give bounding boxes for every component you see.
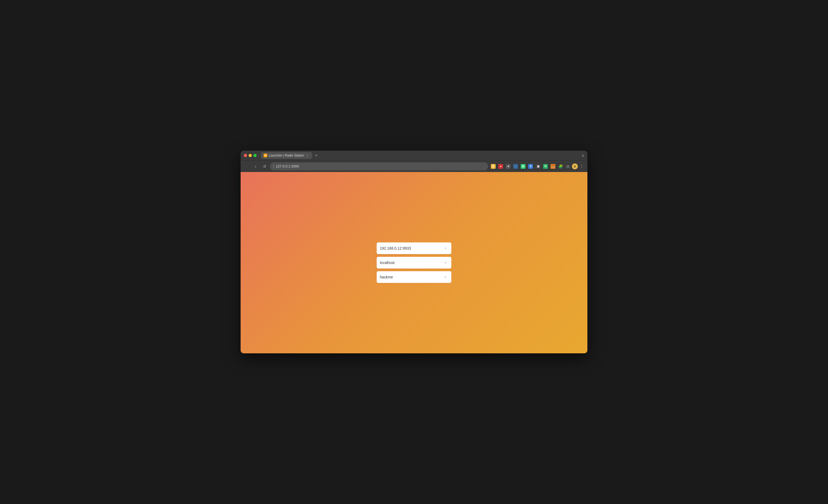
host-row: × [377,257,451,268]
toolbar: ‹ › ↺ ℹ 127.0.0.1:3000 G ● ★ ○ [241,160,587,172]
extension-icon-5[interactable]: ⊞ [520,163,527,170]
clear-password-button[interactable]: × [443,275,448,280]
password-row: × [377,271,451,283]
address-text: 127.0.0.1:3000 [276,164,299,168]
tab-title: Launcher | Radio Station [269,154,304,157]
sidebar-button[interactable]: ⊟ [565,163,571,170]
extension-icon-9[interactable]: 🐯 [549,163,556,170]
browser-window: W Launcher | Radio Station × + ∨ ‹ › ↺ ℹ… [241,151,587,353]
tab-close-button[interactable]: × [306,154,309,157]
form-container: × × × [377,242,451,283]
clear-server-address-button[interactable]: × [443,246,448,251]
profile-avatar[interactable]: G [572,164,578,169]
back-button[interactable]: ‹ [243,163,250,170]
extension-icon-3[interactable]: ★ [505,163,512,170]
menu-button[interactable]: ⋮ [578,163,585,170]
maximize-button[interactable] [253,154,257,157]
clear-host-button[interactable]: × [443,260,448,265]
extension-icon-7[interactable]: ▤ [535,163,541,170]
address-bar[interactable]: ℹ 127.0.0.1:3000 [270,162,488,170]
page-content: × × × [241,172,587,353]
extensions-button[interactable]: 🧩 [557,163,564,170]
tab-bar: W Launcher | Radio Station × + [261,152,579,159]
traffic-lights [244,154,257,157]
host-input[interactable] [380,260,443,265]
security-icon: ℹ [273,165,274,168]
close-button[interactable] [244,154,247,157]
tab-favicon: W [263,154,267,157]
extension-icon-1[interactable]: G [490,163,497,170]
minimize-button[interactable] [249,154,252,157]
toolbar-actions: G ● ★ ○ ⊞ S ▤ N 🐯 [490,163,585,170]
extension-icon-6[interactable]: S [527,163,534,170]
extension-icon-4[interactable]: ○ [512,163,519,170]
extension-icon-8[interactable]: N [542,163,549,170]
server-address-input[interactable] [380,246,443,250]
refresh-button[interactable]: ↺ [261,163,268,170]
server-address-row: × [377,242,451,254]
new-tab-button[interactable]: + [313,152,320,159]
active-tab[interactable]: W Launcher | Radio Station × [261,152,312,159]
window-collapse-button[interactable]: ∨ [582,153,584,158]
forward-button[interactable]: › [252,163,259,170]
title-bar: W Launcher | Radio Station × + ∨ [241,151,587,160]
extension-icon-2[interactable]: ● [497,163,504,170]
password-input[interactable] [380,275,443,279]
